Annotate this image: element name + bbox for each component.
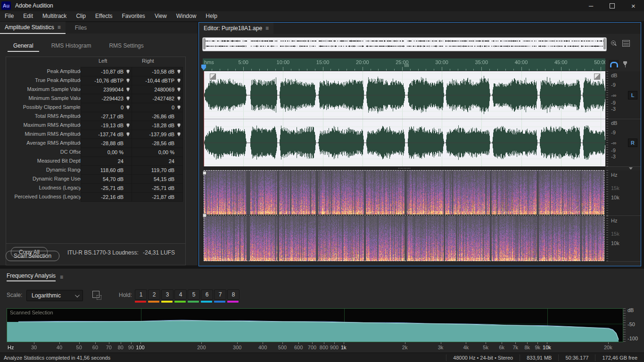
stat-value-left[interactable]: -10,76 dBTP [81, 76, 132, 85]
pin-location-icon[interactable] [126, 88, 130, 92]
menu-edit[interactable]: Edit [18, 11, 38, 21]
marker-pin-icon[interactable] [623, 61, 627, 68]
pin-location-icon[interactable] [177, 88, 181, 92]
stat-value-right[interactable]: -28,56 dB [132, 139, 183, 148]
menu-view[interactable]: View [150, 11, 172, 21]
zoom-out-full-icon[interactable] [610, 40, 617, 47]
subtab-general[interactable]: General [8, 41, 39, 52]
hold-button-4[interactable]: 4 [174, 289, 187, 300]
timeline-tick [521, 67, 522, 71]
stat-value-left[interactable]: 118,60 dB [81, 165, 132, 175]
stat-value-left[interactable]: -22,16 dB [81, 192, 132, 202]
selection-handle-middle[interactable] [203, 214, 206, 217]
stat-value-right[interactable]: 0,00 % [132, 148, 183, 157]
navigator-right-handle[interactable] [603, 38, 606, 49]
stat-value-right[interactable]: 0 [132, 103, 183, 112]
navigator-waveform-thumbnail [205, 38, 603, 50]
stat-value-left[interactable]: -27,17 dB [81, 112, 132, 121]
stat-value-left[interactable]: -137,74 dB [81, 130, 132, 139]
menu-file[interactable]: File [0, 11, 18, 21]
pin-location-icon[interactable] [177, 70, 181, 74]
pin-location-icon[interactable] [126, 132, 130, 137]
stat-value-right[interactable]: -10,58 dB [132, 67, 183, 76]
collapse-spectral-icon[interactable] [629, 167, 633, 170]
hold-button-1[interactable]: 1 [135, 289, 147, 300]
pin-location-icon[interactable] [126, 79, 130, 83]
panel-menu-icon[interactable]: ≡ [58, 24, 61, 31]
tab-amplitude-statistics[interactable]: Amplitude Statistics ≡ [0, 22, 66, 34]
pin-location-icon[interactable] [126, 70, 130, 74]
waveform-display-menu-icon[interactable] [622, 40, 630, 47]
menu-multitrack[interactable]: Multitrack [38, 11, 71, 21]
pin-location-icon[interactable] [177, 79, 181, 83]
wave-spectral-splitter[interactable] [204, 166, 605, 170]
stat-value-left[interactable]: -10,87 dB [81, 67, 132, 76]
navigator-left-handle[interactable] [203, 38, 206, 49]
pin-location-icon[interactable] [177, 132, 181, 137]
freq-panel-menu-icon[interactable]: ≡ [60, 274, 63, 280]
stat-value-left[interactable]: 0,00 % [81, 148, 132, 157]
scan-selection-button[interactable]: Scan Selection [6, 251, 59, 261]
stat-value-left[interactable]: 2399044 [81, 85, 132, 94]
tab-files[interactable]: Files [70, 22, 91, 33]
hold-button-6[interactable]: 6 [201, 289, 213, 300]
menu-effects[interactable]: Effects [91, 11, 117, 21]
maximize-button[interactable] [602, 0, 623, 11]
stat-value-left[interactable]: -19,13 dB [81, 121, 132, 130]
selection-handle-top[interactable] [203, 171, 206, 175]
x-axis-label: 10k [543, 345, 551, 350]
pin-location-icon[interactable] [177, 106, 181, 110]
stat-value-left[interactable]: -25,71 dB [81, 183, 132, 193]
stat-value-right[interactable]: -25,71 dB [132, 183, 183, 193]
stat-value-right[interactable]: -26,86 dB [132, 112, 183, 121]
hold-button-5[interactable]: 5 [188, 289, 200, 300]
menu-window[interactable]: Window [172, 11, 201, 21]
stat-value-left[interactable]: -28,88 dB [81, 139, 132, 148]
scale-dropdown[interactable]: Logarithmic [26, 290, 83, 301]
stat-value-right[interactable]: -18,28 dB [132, 121, 183, 130]
subtab-rms-settings[interactable]: RMS Settings [103, 41, 149, 52]
x-axis-tick [237, 342, 238, 344]
stat-value-right[interactable]: -2427482 [132, 94, 183, 103]
stat-value-right[interactable]: 2480069 [132, 85, 183, 94]
tab-editor[interactable]: Editor: Purple18A1.ape ≡ [199, 23, 273, 34]
pin-location-icon[interactable] [126, 97, 130, 101]
pin-location-icon[interactable] [177, 123, 181, 128]
stat-value-left[interactable]: 54,70 dB [81, 174, 132, 184]
pin-location-icon[interactable] [126, 106, 130, 110]
pin-location-icon[interactable] [126, 123, 130, 128]
hold-button-3[interactable]: 3 [161, 289, 173, 300]
channel-badge-l[interactable]: L [628, 91, 637, 99]
fade-out-handle[interactable] [594, 74, 600, 80]
pin-location-icon[interactable] [177, 97, 181, 101]
hold-button-7[interactable]: 7 [214, 289, 226, 300]
subtab-rms-histogram[interactable]: RMS Histogram [46, 41, 97, 52]
hold-button-2[interactable]: 2 [148, 289, 160, 300]
channel-badge-r[interactable]: R [628, 139, 637, 147]
minimize-button[interactable]: ─ [580, 0, 602, 11]
stat-value-right[interactable]: 119,70 dB [132, 165, 183, 175]
stat-value-right[interactable]: -137,99 dB [132, 130, 183, 139]
fade-in-handle[interactable] [210, 74, 216, 80]
editor-panel-menu-icon[interactable]: ≡ [265, 25, 269, 32]
stats-tabbar: Amplitude Statistics ≡ Files [0, 22, 198, 33]
stat-value-right[interactable]: 54,15 dB [132, 174, 183, 184]
stat-value-left[interactable]: -2294423 [81, 94, 132, 103]
waveform-view[interactable] [204, 71, 605, 166]
stat-value-right[interactable]: -21,87 dB [132, 192, 183, 202]
timeline-ruler[interactable]: hms 5:0010:0015:0020:0025:0030:0035:0040… [203, 58, 605, 71]
selection-marquee-icon[interactable] [92, 291, 99, 298]
menu-clip[interactable]: Clip [71, 11, 91, 21]
overview-navigator[interactable] [202, 37, 607, 51]
spectral-view[interactable] [204, 170, 604, 261]
snap-toggle-button[interactable] [609, 60, 619, 69]
hold-button-8[interactable]: 8 [227, 289, 239, 300]
stat-value-right[interactable]: 24 [132, 156, 183, 166]
menu-favorites[interactable]: Favorites [117, 11, 150, 21]
close-button[interactable]: × [623, 0, 644, 11]
menu-help[interactable]: Help [201, 11, 222, 21]
stat-value-left[interactable]: 0 [81, 103, 132, 112]
stat-value-left[interactable]: 24 [81, 156, 132, 166]
frequency-chart[interactable]: Scanned Selection [7, 308, 623, 342]
stat-value-right[interactable]: -10,44 dBTP [132, 76, 183, 85]
